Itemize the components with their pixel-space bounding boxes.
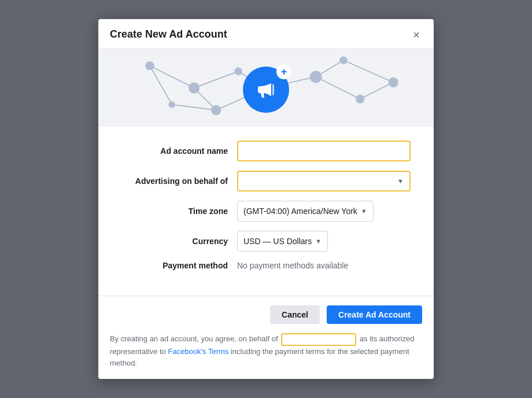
terms-entity-input[interactable] (281, 333, 356, 346)
timezone-value: (GMT-04:00) America/New York (243, 207, 357, 216)
plus-badge: + (276, 64, 291, 79)
facebook-terms-link[interactable]: Facebook's Terms (168, 347, 228, 356)
dialog-header: Create New Ad Account × (98, 19, 434, 49)
close-button[interactable]: × (411, 29, 422, 40)
svg-line-1 (194, 71, 239, 88)
currency-value: USD — US Dollars (243, 237, 312, 246)
payment-method-row: Payment method No payment methods availa… (121, 261, 411, 270)
create-ad-account-button[interactable]: Create Ad Account (327, 305, 422, 324)
timezone-row: Time zone (GMT-04:00) America/New York ▼ (121, 201, 411, 222)
svg-point-15 (211, 105, 221, 115)
svg-line-9 (343, 60, 393, 82)
chevron-down-icon: ▼ (361, 208, 367, 215)
chevron-down-icon: ▼ (397, 178, 404, 185)
chevron-down-icon: ▼ (315, 238, 322, 245)
currency-label: Currency (121, 237, 237, 246)
svg-point-14 (234, 68, 242, 75)
svg-point-16 (310, 71, 322, 83)
advertising-behalf-row: Advertising on behalf of ▼ (121, 171, 411, 191)
currency-select[interactable]: USD — US Dollars ▼ (237, 231, 328, 252)
dialog-body: Ad account name Advertising on behalf of… (98, 127, 434, 291)
terms-text: By creating an ad account, you agree, on… (98, 333, 434, 379)
currency-row: Currency USD — US Dollars ▼ (121, 231, 411, 252)
svg-point-20 (169, 101, 175, 108)
svg-point-17 (339, 56, 347, 64)
create-ad-account-dialog: Create New Ad Account × (98, 19, 434, 379)
megaphone-icon (255, 79, 277, 101)
advertising-behalf-select[interactable]: ▼ (237, 171, 411, 191)
svg-line-6 (316, 77, 360, 99)
timezone-label: Time zone (121, 207, 237, 216)
dialog-hero: + (98, 49, 434, 127)
timezone-select[interactable]: (GMT-04:00) America/New York ▼ (237, 201, 374, 222)
svg-point-19 (389, 78, 398, 87)
dialog-actions: Cancel Create Ad Account (98, 296, 434, 333)
ad-account-name-label: Ad account name (121, 146, 237, 156)
cancel-button[interactable]: Cancel (270, 305, 320, 324)
modal-overlay: Create New Ad Account × (0, 0, 532, 398)
svg-point-18 (356, 94, 364, 103)
svg-point-13 (189, 82, 200, 93)
ad-account-name-row: Ad account name (121, 141, 411, 161)
svg-line-11 (172, 105, 216, 110)
dialog-title: Create New Ad Account (110, 28, 227, 40)
hero-icon-wrap: + (243, 67, 289, 113)
terms-prefix: By creating an ad account, you agree, on… (110, 334, 278, 343)
payment-method-label: Payment method (121, 261, 237, 270)
payment-method-value: No payment methods available (237, 261, 348, 270)
ad-account-name-input[interactable] (237, 141, 411, 161)
advertising-behalf-label: Advertising on behalf of (121, 176, 237, 186)
svg-line-7 (360, 82, 393, 99)
svg-point-12 (145, 61, 154, 70)
